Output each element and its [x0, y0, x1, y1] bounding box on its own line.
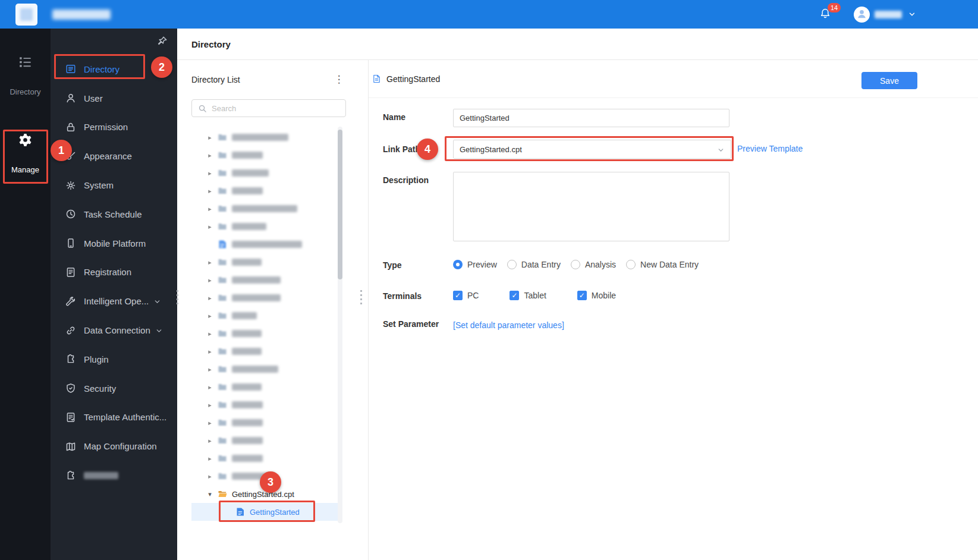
sidebar-item-user[interactable]: User — [51, 84, 177, 113]
sidebar-item-registration[interactable]: Registration — [51, 258, 177, 287]
brand-title-blurred — [52, 10, 111, 20]
sidebar-item-security[interactable]: Security — [51, 374, 177, 403]
caret-right-icon[interactable]: ▸ — [206, 223, 214, 231]
terminal-option-tablet[interactable]: ✓Tablet — [510, 291, 546, 300]
type-option-data-entry[interactable]: Data Entry — [507, 260, 561, 269]
user-menu[interactable] — [854, 5, 925, 23]
sidebar-resize-handle[interactable] — [176, 289, 179, 306]
page-header: Directory — [177, 29, 978, 60]
caret-right-icon[interactable]: ▸ — [206, 187, 214, 195]
radio-unselected-icon — [571, 260, 580, 269]
folder-icon — [218, 454, 227, 463]
caret-right-icon[interactable]: ▸ — [206, 419, 214, 427]
sidebar-item-data-connection[interactable]: Data Connection — [51, 316, 177, 345]
sidebar-item-map-configuration[interactable]: Map Configuration — [51, 432, 177, 461]
caret-right-icon[interactable]: ▸ — [206, 205, 214, 213]
search-input[interactable] — [212, 104, 345, 113]
panel-resize-handle[interactable] — [360, 289, 363, 306]
tree-item-folder[interactable]: ▸ — [191, 342, 339, 360]
caret-right-icon[interactable]: ▸ — [206, 455, 214, 463]
save-button[interactable]: Save — [861, 72, 917, 89]
chevron-down-icon — [155, 326, 163, 334]
sidebar-item-task-schedule[interactable]: Task Schedule — [51, 200, 177, 229]
template-file-icon — [372, 74, 381, 83]
set-parameter-link[interactable]: [Set default parameter values] — [453, 320, 564, 330]
template-icon — [65, 412, 76, 423]
rail-item-directory[interactable]: Directory — [0, 55, 51, 96]
caret-right-icon[interactable]: ▸ — [206, 152, 214, 159]
terminals-checkbox-group: ✓PC✓Tablet✓Mobile — [453, 287, 647, 304]
caret-right-icon[interactable]: ▸ — [206, 401, 214, 409]
sidebar-item-permission[interactable]: Permission — [51, 113, 177, 142]
preview-template-link[interactable]: Preview Template — [737, 144, 803, 153]
caret-right-icon[interactable]: ▸ — [206, 437, 214, 445]
caret-right-icon[interactable]: ▸ — [206, 348, 214, 355]
caret-right-icon[interactable]: ▸ — [206, 134, 214, 141]
caret-right-icon[interactable]: ▸ — [206, 366, 214, 373]
clock-icon — [65, 209, 76, 219]
caret-right-icon[interactable]: ▸ — [206, 259, 214, 266]
sidebar-item-template-authentic[interactable]: Template Authentic... — [51, 403, 177, 432]
tree-item-folder[interactable]: ▸ — [191, 182, 339, 200]
tree-item-gettingstarted-selected[interactable]: GettingStarted — [191, 503, 339, 521]
tree-item-folder[interactable]: ▸ — [191, 146, 339, 164]
caret-right-icon[interactable]: ▸ — [206, 473, 214, 480]
terminal-option-pc[interactable]: ✓PC — [453, 291, 479, 300]
link-path-label: Link Path — [383, 144, 420, 154]
type-option-preview[interactable]: Preview — [453, 260, 497, 269]
tree-item-folder[interactable]: ▸ — [191, 396, 339, 414]
tree-item-folder[interactable]: ▸ — [191, 253, 339, 271]
panel-menu-icon[interactable]: ⋮ — [333, 73, 345, 87]
caret-right-icon[interactable]: ▸ — [206, 294, 214, 302]
sidebar-item-system[interactable]: System — [51, 171, 177, 200]
folder-icon — [218, 222, 227, 231]
name-input[interactable] — [453, 109, 729, 127]
sidebar-item-intelligent-ope[interactable]: Intelligent Ope... — [51, 287, 177, 316]
terminal-option-mobile[interactable]: ✓Mobile — [577, 291, 616, 300]
link-path-dropdown[interactable]: GettingStarted.cpt — [453, 140, 731, 159]
caret-right-icon[interactable]: ▸ — [206, 330, 214, 338]
tree-item-folder[interactable]: ▸ — [191, 218, 339, 235]
caret-right-icon[interactable]: ▸ — [206, 169, 214, 177]
option-label: Tablet — [524, 291, 546, 300]
tree-item-folder[interactable]: ▸ — [191, 360, 339, 378]
description-label: Description — [383, 175, 429, 185]
tree-item-folder[interactable]: ▸ — [191, 271, 339, 289]
tree-item-folder[interactable]: ▸ — [191, 432, 339, 449]
sidebar-item-appearance[interactable]: Appearance — [51, 141, 177, 171]
sidebar-item-mobile-platform[interactable]: Mobile Platform — [51, 229, 177, 258]
app-window: 14 Directory Manage DirectoryUserPermiss… — [0, 0, 978, 560]
tree-item-folder[interactable]: ▸ — [191, 289, 339, 307]
tree-item-folder[interactable]: ▸ — [191, 414, 339, 432]
blurred-label — [232, 473, 275, 480]
tree-item-file[interactable] — [191, 235, 339, 253]
caret-down-icon[interactable]: ▾ — [206, 490, 214, 498]
type-option-analysis[interactable]: Analysis — [571, 260, 616, 269]
user-icon — [65, 93, 76, 103]
rail-item-manage[interactable]: Manage — [0, 133, 51, 174]
tree-item-folder[interactable]: ▸ — [191, 307, 339, 325]
sidebar-item-plugin[interactable]: Plugin — [51, 345, 177, 374]
blurred-label — [232, 401, 263, 408]
unpin-button[interactable] — [157, 36, 169, 48]
sidebar-item-label: Directory — [84, 64, 120, 74]
tree-item-gettingstarted-cpt[interactable]: ▾GettingStarted.cpt — [191, 485, 339, 503]
tree-item-folder[interactable]: ▸ — [191, 449, 339, 467]
tree-item-folder[interactable]: ▸ — [191, 200, 339, 218]
caret-right-icon[interactable]: ▸ — [206, 276, 214, 284]
type-option-new-data-entry[interactable]: New Data Entry — [626, 260, 699, 269]
caret-right-icon[interactable]: ▸ — [206, 312, 214, 320]
tree-item-folder[interactable]: ▸ — [191, 378, 339, 396]
tree-item-folder[interactable]: ▸ — [191, 467, 339, 485]
sidebar-item-directory[interactable]: Directory — [51, 55, 177, 84]
blurred-label — [232, 312, 257, 319]
sidebar-item-blurred[interactable] — [51, 461, 177, 490]
description-textarea[interactable] — [453, 172, 729, 241]
tree-item-folder[interactable]: ▸ — [191, 164, 339, 182]
app-logo[interactable] — [15, 4, 37, 26]
caret-right-icon[interactable]: ▸ — [206, 383, 214, 391]
tree-item-folder[interactable]: ▸ — [191, 128, 339, 146]
template-form-panel: GettingStarted Save Name Link Path Getti… — [369, 60, 978, 560]
scrollbar-thumb[interactable] — [338, 130, 342, 279]
tree-item-folder[interactable]: ▸ — [191, 325, 339, 342]
